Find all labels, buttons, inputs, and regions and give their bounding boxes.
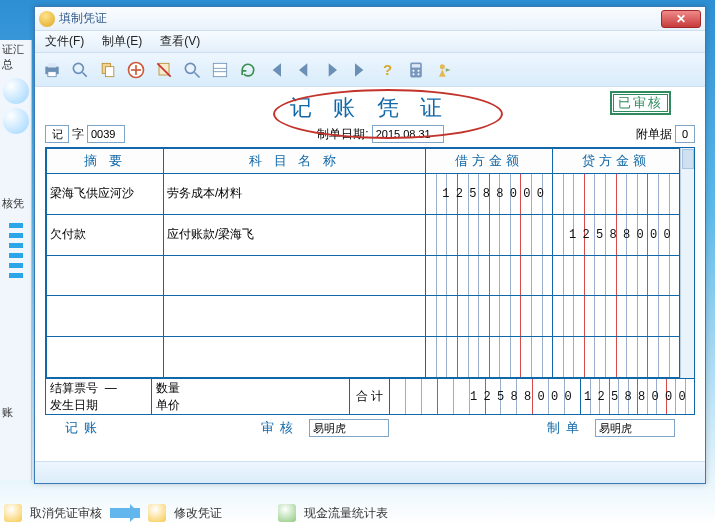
qty-label: 数量 bbox=[156, 380, 345, 397]
svg-point-23 bbox=[418, 73, 420, 75]
voucher-number-input[interactable] bbox=[87, 125, 125, 143]
attachment-count-input[interactable] bbox=[675, 125, 695, 143]
audit-label: 审核 bbox=[261, 419, 299, 437]
date-label: 制单日期: bbox=[317, 126, 368, 143]
close-button[interactable]: ✕ bbox=[661, 10, 701, 28]
debit-total-value: 12588000 bbox=[390, 379, 580, 414]
print-icon[interactable] bbox=[39, 57, 65, 83]
prev-icon[interactable] bbox=[291, 57, 317, 83]
summary-cell[interactable]: 欠付款 bbox=[47, 214, 164, 255]
vertical-scrollbar[interactable] bbox=[680, 148, 694, 378]
add-icon[interactable] bbox=[123, 57, 149, 83]
last-icon[interactable] bbox=[347, 57, 373, 83]
subject-cell[interactable] bbox=[163, 296, 425, 337]
amount-cell[interactable] bbox=[553, 296, 680, 337]
maker-input[interactable] bbox=[595, 419, 675, 437]
summary-cell[interactable]: 梁海飞供应河沙 bbox=[47, 174, 164, 215]
scroll-thumb[interactable] bbox=[682, 149, 694, 169]
settle-no-label: 结算票号 bbox=[50, 381, 98, 395]
task-icon[interactable] bbox=[4, 504, 22, 522]
summary-cell[interactable] bbox=[47, 296, 164, 337]
delete-icon[interactable] bbox=[151, 57, 177, 83]
table-row[interactable] bbox=[47, 337, 680, 378]
refresh-icon[interactable] bbox=[235, 57, 261, 83]
amount-value: 12588000 bbox=[426, 174, 552, 214]
toolbar: ? bbox=[35, 53, 705, 87]
auditor-input[interactable] bbox=[309, 419, 389, 437]
titlebar: 填制凭证 ✕ bbox=[35, 7, 705, 31]
amount-cell[interactable] bbox=[553, 255, 680, 296]
table-row[interactable]: 梁海飞供应河沙劳务成本/材料 12588000 bbox=[47, 174, 680, 215]
amount-value bbox=[553, 337, 679, 377]
svg-rect-2 bbox=[48, 71, 56, 76]
amount-value: 12588000 bbox=[553, 215, 679, 255]
table-row[interactable]: 欠付款应付账款/梁海飞 12588000 bbox=[47, 214, 680, 255]
voucher-table[interactable]: 摘 要 科 目 名 称 借方金额 贷方金额 梁海飞供应河沙劳务成本/材料 125… bbox=[46, 148, 680, 378]
svg-text:?: ? bbox=[383, 61, 392, 78]
approved-stamp: 已审核 bbox=[610, 91, 671, 115]
amount-value bbox=[426, 256, 552, 296]
credit-total-value: 12588000 bbox=[581, 379, 694, 414]
side-orb-icon bbox=[3, 108, 29, 134]
heji-label: 合 计 bbox=[350, 379, 390, 414]
find-icon[interactable] bbox=[179, 57, 205, 83]
amount-cell[interactable]: 12588000 bbox=[553, 214, 680, 255]
debit-total-cell: 12588000 bbox=[390, 379, 581, 414]
amount-cell[interactable] bbox=[426, 255, 553, 296]
amount-value bbox=[426, 296, 552, 336]
word-label: 字 bbox=[72, 126, 84, 143]
first-icon[interactable] bbox=[263, 57, 289, 83]
menu-make[interactable]: 制单(E) bbox=[96, 31, 148, 52]
preview-icon[interactable] bbox=[67, 57, 93, 83]
amount-cell[interactable]: 12588000 bbox=[426, 174, 553, 215]
subject-cell[interactable] bbox=[163, 337, 425, 378]
book-label: 记账 bbox=[65, 419, 103, 437]
svg-line-4 bbox=[83, 72, 87, 76]
exit-icon[interactable] bbox=[431, 57, 457, 83]
subject-cell[interactable]: 应付账款/梁海飞 bbox=[163, 214, 425, 255]
qty-price-labels: 数量 单价 bbox=[152, 379, 350, 414]
svg-point-20 bbox=[413, 69, 415, 71]
task-icon[interactable] bbox=[278, 504, 296, 522]
amount-value bbox=[553, 174, 679, 214]
task-icon[interactable] bbox=[148, 504, 166, 522]
next-icon[interactable] bbox=[319, 57, 345, 83]
svg-rect-14 bbox=[213, 63, 226, 76]
amount-cell[interactable] bbox=[426, 337, 553, 378]
app-icon bbox=[39, 11, 55, 27]
statusbar bbox=[35, 461, 705, 483]
col-summary-header: 摘 要 bbox=[47, 149, 164, 174]
amount-value bbox=[426, 337, 552, 377]
task-cashflow-report[interactable]: 现金流量统计表 bbox=[304, 505, 388, 522]
voucher-word-input[interactable] bbox=[45, 125, 69, 143]
amount-value bbox=[553, 296, 679, 336]
menubar: 文件(F) 制单(E) 查看(V) bbox=[35, 31, 705, 53]
attachment-label: 附单据 bbox=[636, 126, 672, 143]
subject-cell[interactable]: 劳务成本/材料 bbox=[163, 174, 425, 215]
svg-line-13 bbox=[195, 72, 200, 77]
calc-icon[interactable] bbox=[403, 57, 429, 83]
col-debit-header: 借方金额 bbox=[426, 149, 553, 174]
menu-view[interactable]: 查看(V) bbox=[154, 31, 206, 52]
amount-cell[interactable] bbox=[553, 337, 680, 378]
document-title: 记 账 凭 证 bbox=[45, 93, 695, 123]
frag-text: 证汇总 bbox=[0, 40, 31, 74]
help-icon[interactable]: ? bbox=[375, 57, 401, 83]
svg-point-12 bbox=[185, 63, 195, 73]
dashed-arrow-icon bbox=[9, 223, 23, 283]
voucher-window: 填制凭证 ✕ 文件(F) 制单(E) 查看(V) ? 记 账 凭 证 已审核 字 bbox=[34, 6, 706, 484]
table-row[interactable] bbox=[47, 255, 680, 296]
summary-cell[interactable] bbox=[47, 337, 164, 378]
copy-icon[interactable] bbox=[95, 57, 121, 83]
summary-cell[interactable] bbox=[47, 255, 164, 296]
task-modify-voucher[interactable]: 修改凭证 bbox=[174, 505, 222, 522]
task-cancel-audit[interactable]: 取消凭证审核 bbox=[30, 505, 102, 522]
menu-file[interactable]: 文件(F) bbox=[39, 31, 90, 52]
make-date-input[interactable] bbox=[372, 125, 444, 143]
list-icon[interactable] bbox=[207, 57, 233, 83]
subject-cell[interactable] bbox=[163, 255, 425, 296]
amount-cell[interactable] bbox=[426, 296, 553, 337]
amount-cell[interactable] bbox=[426, 214, 553, 255]
amount-cell[interactable] bbox=[553, 174, 680, 215]
table-row[interactable] bbox=[47, 296, 680, 337]
